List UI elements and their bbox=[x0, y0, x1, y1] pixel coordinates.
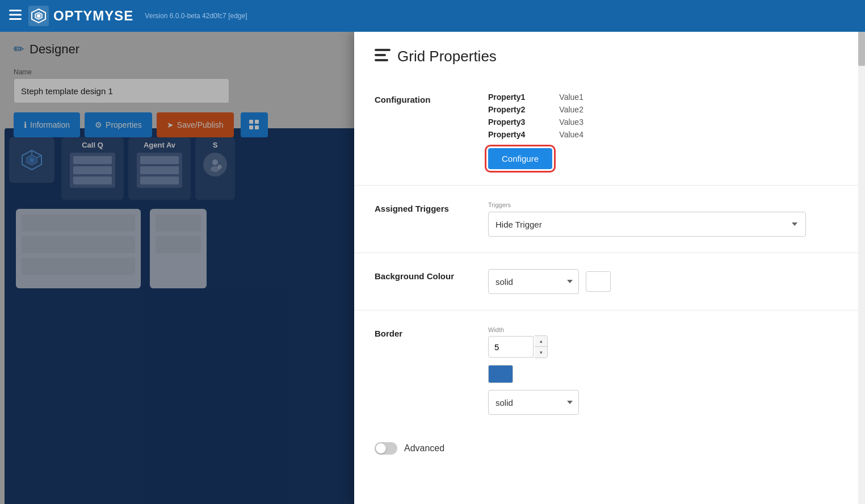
width-stepper: ▴ ▾ bbox=[535, 335, 548, 358]
background-colour-label: Background Colour bbox=[375, 269, 488, 294]
app-name: OPTymyse bbox=[53, 8, 133, 24]
advanced-label: Advanced bbox=[404, 443, 444, 453]
assigned-triggers-section: Assigned Triggers Triggers Hide Trigger bbox=[354, 186, 865, 253]
logo-icon bbox=[28, 6, 49, 26]
val-2: Value2 bbox=[559, 105, 583, 114]
svg-rect-15 bbox=[375, 49, 390, 51]
val-3: Value3 bbox=[559, 117, 583, 127]
configuration-content: Property1 Property2 Property3 Property4 … bbox=[488, 93, 845, 169]
svg-point-4 bbox=[37, 14, 40, 18]
configuration-section: Configuration Property1 Property2 Proper… bbox=[354, 77, 865, 186]
border-style-select[interactable]: solid dashed dotted none bbox=[488, 390, 579, 415]
grid-properties-modal: Grid Properties Configuration Property1 … bbox=[354, 32, 865, 504]
triggers-group: Triggers Hide Trigger bbox=[488, 201, 845, 237]
main-area: ✏ Designer Name ℹ Information ⚙ Properti… bbox=[0, 32, 865, 504]
prop-4: Property4 bbox=[488, 130, 525, 139]
prop-3: Property3 bbox=[488, 117, 525, 127]
svg-rect-16 bbox=[375, 54, 386, 56]
svg-rect-1 bbox=[9, 14, 22, 15]
val-4: Value4 bbox=[559, 130, 583, 139]
advanced-toggle[interactable] bbox=[375, 442, 397, 455]
config-properties: Property1 Property2 Property3 Property4 bbox=[488, 93, 525, 139]
prop-2: Property2 bbox=[488, 105, 525, 114]
border-section: Border Width ▴ ▾ bbox=[354, 310, 865, 431]
val-1: Value1 bbox=[559, 93, 583, 102]
configuration-label: Configuration bbox=[375, 93, 488, 169]
modal-overlay: Grid Properties Configuration Property1 … bbox=[0, 32, 865, 504]
config-table: Property1 Property2 Property3 Property4 … bbox=[488, 93, 845, 139]
advanced-row: Advanced bbox=[354, 431, 865, 466]
border-group: Width ▴ ▾ solid bbox=[488, 326, 845, 415]
triggers-select[interactable]: Hide Trigger bbox=[488, 212, 806, 237]
config-values: Value1 Value2 Value3 Value4 bbox=[559, 93, 583, 139]
background-colour-content: solid none gradient bbox=[488, 269, 845, 294]
svg-rect-2 bbox=[9, 18, 22, 20]
border-label: Border bbox=[375, 326, 488, 415]
modal-header: Grid Properties bbox=[354, 32, 865, 77]
scrollbar-thumb bbox=[858, 32, 865, 66]
width-group: Width ▴ ▾ bbox=[488, 326, 845, 358]
app-logo: OPTymyse bbox=[28, 6, 133, 26]
configure-button[interactable]: Configure bbox=[488, 148, 552, 169]
assigned-triggers-content: Triggers Hide Trigger bbox=[488, 201, 845, 237]
stepper-down-button[interactable]: ▾ bbox=[535, 347, 547, 358]
bg-colour-swatch[interactable] bbox=[586, 271, 611, 292]
width-input[interactable] bbox=[488, 336, 534, 358]
svg-rect-17 bbox=[375, 59, 388, 61]
width-label: Width bbox=[488, 326, 845, 333]
modal-scrollbar[interactable] bbox=[858, 32, 865, 504]
border-colour-swatch[interactable] bbox=[488, 365, 513, 383]
stepper-up-button[interactable]: ▴ bbox=[535, 336, 547, 347]
svg-rect-0 bbox=[9, 10, 22, 11]
app-version: Version 6.0.0-beta 42d0fc7 [edge] bbox=[145, 12, 247, 20]
app-header: OPTymyse Version 6.0.0-beta 42d0fc7 [edg… bbox=[0, 0, 865, 32]
bg-colour-select[interactable]: solid none gradient bbox=[488, 269, 579, 294]
background-colour-section: Background Colour solid none gradient bbox=[354, 253, 865, 310]
grid-lines-icon bbox=[375, 49, 390, 65]
prop-1: Property1 bbox=[488, 93, 525, 102]
toggle-knob bbox=[376, 443, 386, 453]
width-input-row: ▴ ▾ bbox=[488, 335, 845, 358]
triggers-field-label: Triggers bbox=[488, 201, 845, 208]
hamburger-menu-icon[interactable] bbox=[9, 10, 22, 23]
assigned-triggers-label: Assigned Triggers bbox=[375, 201, 488, 237]
bg-colour-row: solid none gradient bbox=[488, 269, 845, 294]
modal-title: Grid Properties bbox=[397, 48, 497, 65]
border-content: Width ▴ ▾ solid bbox=[488, 326, 845, 415]
